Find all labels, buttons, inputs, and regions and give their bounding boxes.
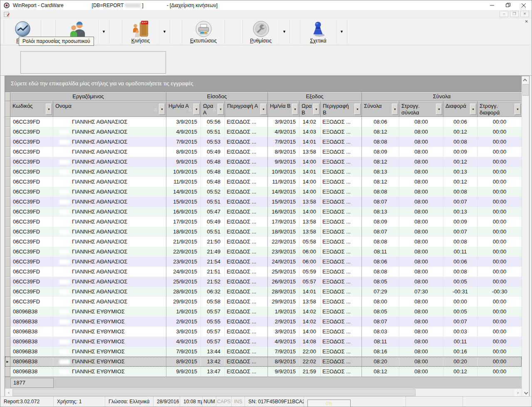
table-row[interactable]: 06CC39FD ΓΙΑΝΝΗΣ ΑΘΑΝΑΣΙΟΣ 15/9/2015 05:… <box>5 197 522 207</box>
row-selector[interactable] <box>5 327 10 337</box>
horizontal-scroll-thumb[interactable] <box>12 389 416 396</box>
table-row[interactable]: 06CC39FD ΓΙΑΝΝΗΣ ΑΘΑΝΑΣΙΟΣ 22/9/2015 21:… <box>5 247 522 257</box>
mdi-child-icon[interactable] <box>3 11 10 17</box>
row-selector[interactable] <box>5 307 10 317</box>
filter-dropdown-icon[interactable]: ▼ <box>218 104 224 115</box>
band-totals[interactable]: Σύνολα <box>362 92 522 101</box>
row-selector[interactable] <box>5 237 10 247</box>
row-selector[interactable] <box>5 297 10 307</box>
row-selector[interactable] <box>5 277 10 287</box>
table-row[interactable]: 06CC39FD ΓΙΑΝΝΗΣ ΑΘΑΝΑΣΙΟΣ 7/9/2015 05:5… <box>5 137 522 147</box>
column-header-desc-b[interactable]: Περιγραφή Β▼ <box>321 101 362 117</box>
filter-dropdown-icon[interactable]: ▼ <box>354 104 361 115</box>
row-selector[interactable] <box>5 257 10 267</box>
column-header-time-b[interactable]: Ωρα Β▼ <box>299 101 321 117</box>
column-header-code[interactable]: Κωδικός▼ <box>10 101 53 117</box>
filter-dropdown-icon[interactable]: ▼ <box>313 104 319 115</box>
toolbar-close-icon[interactable]: ✕ <box>525 19 528 24</box>
close-button[interactable] <box>516 0 532 10</box>
table-row[interactable]: 06CC39FD ΓΙΑΝΝΗΣ ΑΘΑΝΑΣΙΟΣ 8/9/2015 05:4… <box>5 147 522 157</box>
scroll-left-icon[interactable]: ‹ <box>5 389 12 397</box>
row-selector[interactable] <box>5 287 10 297</box>
filter-dropdown-icon[interactable]: ▼ <box>515 104 521 115</box>
restore-button[interactable] <box>500 0 516 10</box>
row-selector[interactable] <box>5 267 10 277</box>
horizontal-scrollbar[interactable]: ‹ › <box>5 388 522 397</box>
table-row[interactable]: 08096B38 ΓΙΑΝΝΗΣ ΕΥΘΥΜΙΟΣ 1/9/2015 05:57… <box>5 307 522 317</box>
table-row[interactable]: 06CC39FD ΓΙΑΝΝΗΣ ΑΘΑΝΑΣΙΟΣ 28/9/2015 06:… <box>5 287 522 297</box>
filter-dropdown-icon[interactable]: ▼ <box>292 104 298 115</box>
column-header-desc-a[interactable]: Περιγραφή Α▼ <box>225 101 268 117</box>
row-selector[interactable] <box>5 147 10 157</box>
row-selector[interactable] <box>5 227 10 237</box>
filter-dropdown-icon[interactable]: ▼ <box>159 104 165 115</box>
about-dropdown-arrow[interactable]: ▼ <box>336 20 347 44</box>
table-row[interactable]: 08096B38 ΓΙΑΝΝΗΣ ΕΥΘΥΜΙΟΣ 9/9/2015 13:47… <box>5 367 522 377</box>
filter-dropdown-icon[interactable]: ▼ <box>392 104 398 115</box>
table-row[interactable]: 08096B38 ΓΙΑΝΝΗΣ ΕΥΘΥΜΙΟΣ 7/9/2015 13:44… <box>5 347 522 357</box>
column-header-date-a[interactable]: Ημ/νία Α△▼ <box>166 101 201 117</box>
mdi-close-button[interactable]: ✕ <box>520 11 529 17</box>
minimize-button[interactable] <box>484 0 500 10</box>
row-selector[interactable] <box>5 367 10 377</box>
row-selector[interactable] <box>5 137 10 147</box>
row-selector[interactable] <box>5 177 10 187</box>
row-selector[interactable] <box>5 157 10 167</box>
mdi-minimize-button[interactable]: – <box>500 11 508 17</box>
band-entry[interactable]: Είσοδος <box>166 92 268 101</box>
row-selector[interactable] <box>5 347 10 357</box>
settings-dropdown-arrow[interactable]: ▼ <box>279 20 290 44</box>
row-selector[interactable] <box>5 357 10 367</box>
table-row[interactable]: 06CC39FD ΓΙΑΝΝΗΣ ΑΘΑΝΑΣΙΟΣ 16/9/2015 05:… <box>5 207 522 217</box>
table-row[interactable]: 08096B38 ΓΙΑΝΝΗΣ ΕΥΘΥΜΙΟΣ 4/9/2015 05:57… <box>5 337 522 347</box>
table-row[interactable]: 06CC39FD ΓΙΑΝΝΗΣ ΑΘΑΝΑΣΙΟΣ 29/9/2015 05:… <box>5 297 522 307</box>
row-selector[interactable] <box>5 317 10 327</box>
table-row[interactable]: 06CC39FD ΓΙΑΝΝΗΣ ΑΘΑΝΑΣΙΟΣ 9/9/2015 05:4… <box>5 157 522 167</box>
table-row[interactable]: 08096B38 ΓΙΑΝΝΗΣ ΕΥΘΥΜΙΟΣ 2/9/2015 05:55… <box>5 317 522 327</box>
column-header-diff[interactable]: Διαφορά▼ <box>443 101 478 117</box>
table-row[interactable]: 08096B38 ΓΙΑΝΝΗΣ ΕΥΘΥΜΙΟΣ 8/9/2015 13:42… <box>5 357 522 367</box>
table-row[interactable]: 06CC39FD ΓΙΑΝΝΗΣ ΑΘΑΝΑΣΙΟΣ 17/9/2015 05:… <box>5 217 522 227</box>
table-row[interactable]: 06CC39FD ΓΙΑΝΝΗΣ ΑΘΑΝΑΣΙΟΣ 4/9/2015 05:5… <box>5 127 522 137</box>
table-row[interactable]: 06CC39FD ΓΙΑΝΝΗΣ ΑΘΑΝΑΣΙΟΣ 3/9/2015 05:5… <box>5 117 522 127</box>
employees-dropdown-arrow[interactable]: ▼ <box>98 20 109 44</box>
band-exit[interactable]: Εξοδος <box>268 92 362 101</box>
column-header-round-total[interactable]: Στρογγ. σύνολα▼ <box>399 101 443 117</box>
column-header-round-diff[interactable]: Στρογγ. διαφορά▼ <box>478 101 522 117</box>
row-selector[interactable] <box>5 197 10 207</box>
filter-dropdown-icon[interactable]: ▼ <box>193 104 200 115</box>
vertical-scrollbar[interactable] <box>522 76 529 397</box>
column-header-date-b[interactable]: Ημ/νία Β▼ <box>268 101 299 117</box>
scroll-right-icon[interactable]: › <box>514 389 522 397</box>
table-row[interactable]: 06CC39FD ΓΙΑΝΝΗΣ ΑΘΑΝΑΣΙΟΣ 24/9/2015 21:… <box>5 267 522 277</box>
table-row[interactable]: 06CC39FD ΓΙΑΝΝΗΣ ΑΘΑΝΑΣΙΟΣ 25/9/2015 21:… <box>5 277 522 287</box>
row-selector[interactable] <box>5 127 10 137</box>
about-button[interactable]: Σχετικά <box>300 20 336 44</box>
table-row[interactable]: 06CC39FD ΓΙΑΝΝΗΣ ΑΘΑΝΑΣΙΟΣ 10/9/2015 05:… <box>5 167 522 177</box>
row-selector[interactable] <box>5 207 10 217</box>
group-by-hint[interactable]: Σύρετε εδώ την επικεφαλίδα μίας στήλης γ… <box>5 76 522 92</box>
table-row[interactable]: 06CC39FD ΓΙΑΝΝΗΣ ΑΘΑΝΑΣΙΟΣ 11/9/2015 05:… <box>5 177 522 187</box>
vertical-scroll-thumb[interactable] <box>522 84 529 96</box>
table-row[interactable]: 06CC39FD ΓΙΑΝΝΗΣ ΑΘΑΝΑΣΙΟΣ 18/9/2015 05:… <box>5 227 522 237</box>
table-row[interactable]: 06CC39FD ΓΙΑΝΝΗΣ ΑΘΑΝΑΣΙΟΣ 23/9/2015 21:… <box>5 257 522 267</box>
filter-dropdown-icon[interactable]: ▼ <box>260 104 267 115</box>
movements-dropdown-arrow[interactable]: ▼ <box>159 20 170 44</box>
row-selector[interactable] <box>5 187 10 197</box>
row-selector[interactable] <box>5 217 10 227</box>
filter-dropdown-icon[interactable]: ▼ <box>46 104 52 115</box>
scroll-up-icon[interactable] <box>522 76 529 84</box>
row-selector[interactable] <box>5 167 10 177</box>
mdi-restore-button[interactable]: ❐ <box>510 11 519 17</box>
row-selector[interactable] <box>5 337 10 347</box>
column-header-name[interactable]: Ονομα△▼ <box>53 101 166 117</box>
table-row[interactable]: 06CC39FD ΓΙΑΝΝΗΣ ΑΘΑΝΑΣΙΟΣ 21/9/2015 21:… <box>5 237 522 247</box>
scroll-down-icon[interactable] <box>522 389 529 397</box>
movements-button[interactable]: EXIT Κινήσεις <box>122 20 159 44</box>
band-employee[interactable]: Εργαζόμενος <box>10 92 166 101</box>
row-selector[interactable] <box>5 247 10 257</box>
prints-button[interactable]: Εκτυπώσεις <box>182 20 225 44</box>
filter-dropdown-icon[interactable]: ▼ <box>470 104 476 115</box>
filter-dropdown-icon[interactable]: ▼ <box>436 104 442 115</box>
table-row[interactable]: 08096B38 ΓΙΑΝΝΗΣ ΕΥΘΥΜΙΟΣ 3/9/2015 05:57… <box>5 327 522 337</box>
